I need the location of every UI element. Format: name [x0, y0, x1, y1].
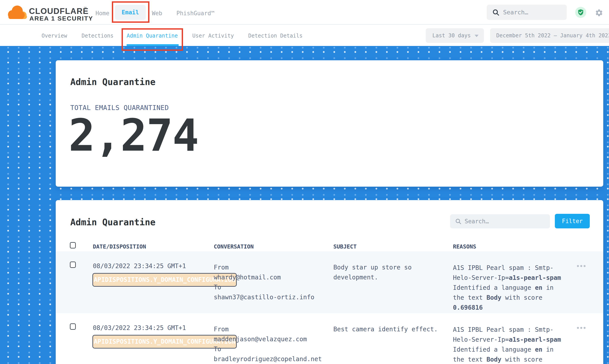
table-search-input[interactable] — [465, 214, 544, 228]
summary-card: Admin Quarantine TOTAL EMAILS QUARANTINE… — [56, 60, 603, 187]
reason-segment: Body — [487, 294, 501, 301]
row-reasons: A1S IPBL Pearl spam : Smtp-Helo-Server-I… — [453, 263, 567, 312]
row-reasons: A1S IPBL Pearl spam : Smtp-Helo-Server-I… — [453, 325, 567, 364]
reason-segment: Body — [487, 356, 501, 363]
top-navbar: CLOUDFLARE ™ AREA 1 SECURITY Home Email … — [0, 0, 609, 25]
from-label: From — [214, 324, 331, 334]
to-label: To — [214, 282, 331, 292]
page-background: Admin Quarantine TOTAL EMAILS QUARANTINE… — [0, 46, 609, 364]
reason-segment: a1s-pearl-spam — [509, 274, 561, 281]
to-address: bradleyrodriguez@copeland.net — [214, 354, 331, 364]
cloudflare-logo[interactable]: CLOUDFLARE ™ AREA 1 SECURITY — [6, 2, 94, 23]
table-search-box — [450, 214, 550, 228]
column-header-conversation: CONVERSATION — [214, 243, 254, 250]
row-actions-menu[interactable] — [577, 265, 586, 267]
tab-user-activity[interactable]: User Activity — [192, 33, 234, 39]
brand-trademark: ™ — [83, 6, 87, 10]
reason-segment: en — [535, 284, 542, 291]
reason-segment: a1s-pearl-spam — [509, 336, 561, 343]
to-label: To — [214, 344, 331, 354]
shield-check-icon — [577, 9, 584, 16]
table-row: 08/03/2022 23:34:25 GMT+1 APIDISPOSITION… — [56, 313, 603, 364]
row-actions-menu[interactable] — [577, 327, 586, 329]
filter-button[interactable]: Filter — [555, 214, 590, 228]
row-subject: Body star up store so development. — [333, 262, 448, 282]
global-search-box — [487, 5, 567, 20]
tab-overview[interactable]: Overview — [41, 33, 67, 39]
row-checkbox[interactable] — [70, 323, 76, 330]
table-row: 08/03/2022 23:34:25 GMT+1 APIDISPOSITION… — [56, 251, 603, 313]
brand-name: CLOUDFLARE — [29, 7, 89, 16]
settings-gear-icon[interactable] — [595, 9, 603, 17]
tab-detections[interactable]: Detections — [81, 33, 114, 39]
select-all-checkbox[interactable] — [70, 242, 76, 248]
summary-card-title: Admin Quarantine — [70, 77, 155, 87]
column-header-date-disposition: DATE/DISPOSITION — [93, 243, 146, 250]
reason-segment: Identified a language — [453, 346, 535, 353]
from-label: From — [214, 262, 331, 272]
nav-item-email[interactable]: Email — [115, 5, 146, 20]
reason-segment: 0.696816 — [453, 304, 483, 311]
to-address: shawn37@castillo-ortiz.info — [214, 292, 331, 302]
tab-admin-quarantine[interactable]: Admin Quarantine — [127, 33, 178, 39]
search-icon — [455, 218, 461, 225]
row-date: 08/03/2022 23:34:25 GMT+1 — [93, 262, 186, 270]
column-header-subject: SUBJECT — [333, 243, 357, 250]
chevron-down-icon — [474, 35, 479, 37]
row-date: 08/03/2022 23:34:25 GMT+1 — [93, 324, 186, 332]
metric-value: 2,274 — [68, 113, 198, 157]
brand-subtitle: AREA 1 SECURITY — [29, 15, 93, 22]
tab-detection-details[interactable]: Detection Details — [248, 33, 303, 39]
protection-status-badge[interactable] — [575, 7, 586, 18]
date-range-text: December 5th 2022 — January 4th 2023 — [496, 32, 609, 39]
date-range-selector[interactable]: Last 30 days — [426, 28, 484, 43]
nav-item-web[interactable]: Web — [152, 10, 162, 17]
table-card-title: Admin Quarantine — [70, 217, 155, 227]
row-subject: Best camera identify effect. — [333, 324, 448, 334]
global-search-input[interactable] — [503, 5, 563, 20]
date-range-display[interactable]: December 5th 2022 — January 4th 2023 — [490, 28, 609, 43]
from-address: whardy@hotmail.com — [214, 272, 331, 282]
quarantine-table-card: Admin Quarantine Filter DATE/DISPOSITION… — [56, 200, 603, 364]
reason-segment: with score — [501, 356, 542, 363]
column-header-reasons: REASONS — [453, 243, 476, 250]
row-checkbox[interactable] — [70, 261, 76, 268]
nav-item-phishguard[interactable]: PhishGuard™ — [176, 10, 215, 17]
reason-segment: with score — [501, 294, 542, 301]
cloudflare-cloud-icon — [6, 2, 28, 22]
search-icon — [492, 9, 500, 16]
nav-item-home[interactable]: Home — [95, 10, 109, 17]
reason-segment: Identified a language — [453, 284, 535, 291]
reason-segment: en — [535, 346, 542, 353]
row-conversation: From whardy@hotmail.com To shawn37@casti… — [214, 262, 331, 302]
date-range-selector-label: Last 30 days — [432, 32, 471, 39]
email-section-tabbar: Overview Detections Admin Quarantine Use… — [0, 25, 609, 46]
row-conversation: From maddenjason@velazquez.com To bradle… — [214, 324, 331, 364]
from-address: maddenjason@velazquez.com — [214, 334, 331, 344]
